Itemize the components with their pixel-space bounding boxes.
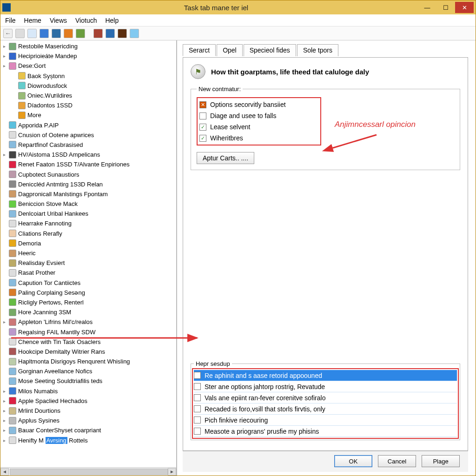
tree-item[interactable]: ▸Milos Numabis xyxy=(0,386,176,396)
tree-item[interactable]: Deniccléd Antmtirg 1S3D Relan xyxy=(0,179,176,189)
toolbar-icon[interactable] xyxy=(118,29,127,38)
cancel-button[interactable]: Cancel xyxy=(378,455,416,467)
checkbox-icon[interactable]: ✓ xyxy=(199,135,206,142)
minimize-button[interactable]: — xyxy=(418,2,436,13)
tree-item[interactable]: Hookcipe Demitalty Witrier Rans xyxy=(0,347,176,357)
tree-item[interactable]: Hearrake Fannoting xyxy=(0,218,176,228)
horizontal-scrollbar[interactable]: ◄ ► xyxy=(0,467,176,476)
tree-item-icon xyxy=(9,161,16,168)
tree-item[interactable]: ▸Diowrodusfock xyxy=(0,81,176,91)
tree-item[interactable]: Chence with Tin Task Osaclers xyxy=(0,337,176,347)
tree-item[interactable]: Cupbotect Sunaustiors xyxy=(0,169,176,179)
checkbox-icon[interactable] xyxy=(194,428,201,435)
tree-item[interactable]: Realisday Evsiert xyxy=(0,258,176,268)
tree-item[interactable]: ▸More xyxy=(0,110,176,120)
group-legend: Hepr sesdup xyxy=(194,360,232,367)
tree-item[interactable]: Rasat Prother xyxy=(0,268,176,278)
toolbar-icon[interactable] xyxy=(15,29,25,38)
checkbox-row[interactable]: Measote a priograns' prusfie my phisins xyxy=(194,426,457,437)
menu-file[interactable]: File xyxy=(5,17,16,24)
tree-item[interactable]: Repartfinof Casbrasised xyxy=(0,140,176,150)
tree-item[interactable]: Dagpronicall Manlstings Fpontam xyxy=(0,189,176,199)
tree-item[interactable]: ▸Mrlint Dourtions xyxy=(0,406,176,416)
close-button[interactable]: ✕ xyxy=(455,2,474,13)
checkbox-row[interactable]: Vals ane epiint ran-fever corenitve sofi… xyxy=(194,392,457,403)
checkbox-row[interactable]: Re aphinit and s aase retorid appoouned xyxy=(194,370,457,381)
tree-item[interactable]: ▸Restobile Masericding xyxy=(0,41,176,51)
tree-item[interactable]: ▸Heciprioieáte Mandep xyxy=(0,51,176,61)
tree-item[interactable]: Regalsing FAIL Mantlly SDW xyxy=(0,327,176,337)
tree-item[interactable]: ▸Henifty M Avrsing Rottels xyxy=(0,436,176,445)
tab-sole[interactable]: Sole tpors xyxy=(297,44,338,56)
tree-item[interactable]: ▸Appleton 'Lifrins Mil'c/realos xyxy=(0,317,176,327)
tree-item[interactable]: Beniccion Stove Mack xyxy=(0,199,176,209)
tree-item[interactable]: Capution Tor Cantiictes xyxy=(0,278,176,288)
tree-item[interactable]: Paling Corplaing Sesəng xyxy=(0,288,176,298)
tree-item[interactable]: Apporida P.AIP xyxy=(0,120,176,130)
checkbox-icon[interactable] xyxy=(199,112,206,119)
tree-item[interactable]: ▸Díadontos 1SSD xyxy=(0,100,176,110)
checkbox-row[interactable]: Ster ane options jahtorp rostrig, Revatu… xyxy=(194,381,457,392)
toolbar-icon[interactable] xyxy=(130,29,139,38)
tree-item[interactable]: Ricligly Pertows, Renterl xyxy=(0,298,176,307)
menu-heme[interactable]: Heme xyxy=(24,17,41,24)
checkbox-row[interactable]: Diage and usee to falls xyxy=(199,110,318,121)
tree-item-icon xyxy=(9,328,16,336)
tree-item-label: Denlcoiart Uribal Hankees xyxy=(18,210,88,217)
tree-item[interactable]: ▸HV/Aistoma 1SSD Ampelicans xyxy=(0,150,176,159)
checkbox-icon[interactable]: ✓ xyxy=(199,124,206,131)
menu-viotuch[interactable]: Viotuch xyxy=(75,17,97,24)
tree-item[interactable]: Denlcoiart Uribal Hankees xyxy=(0,209,176,218)
tree-item[interactable]: ▸Bauar ConterShyset coarpriant xyxy=(0,425,176,435)
tree-item[interactable]: ▸Oniec.Wưrildires xyxy=(0,91,176,100)
toolbar-icon[interactable] xyxy=(52,29,61,38)
tree-item[interactable]: Demoria xyxy=(0,238,176,248)
checkbox-row[interactable]: Pich finkive riecouring xyxy=(194,415,457,426)
toolbar-icon[interactable] xyxy=(93,29,103,38)
checkbox-row[interactable]: ✕Options secorvitly bansiiet xyxy=(199,99,318,110)
scroll-left-icon[interactable]: ◄ xyxy=(0,468,9,476)
aptur-carts-button[interactable]: Aptur Carts.. .... xyxy=(197,152,254,164)
tree-item[interactable]: Cliations Rerafly xyxy=(0,229,176,238)
tree-item[interactable]: Hore Jcanning 3SM xyxy=(0,307,176,317)
checkbox-label: Pich finkive riecouring xyxy=(205,416,268,424)
window-title: Task tab mane ter iel xyxy=(14,4,418,12)
tree-item[interactable]: ▸Baok Syștonn xyxy=(0,71,176,81)
checkbox-icon[interactable] xyxy=(194,383,201,390)
toolbar-icon[interactable] xyxy=(27,29,37,38)
checkbox-row[interactable]: Recaded is foro,vsill that storls firvti… xyxy=(194,403,457,415)
plage-button[interactable]: Plage xyxy=(422,455,460,467)
tree-item[interactable]: Hapltmonta Disrigoys Renqurent Whisling xyxy=(0,357,176,366)
tree-item-label: Heeric xyxy=(18,250,36,257)
checkbox-icon[interactable] xyxy=(194,405,201,412)
checkbox-icon[interactable] xyxy=(194,394,201,401)
tree-item[interactable]: ▸Applus Sysines xyxy=(0,416,176,425)
checkbox-icon[interactable] xyxy=(194,372,201,379)
toolbar-icon[interactable] xyxy=(40,29,49,38)
tree-item[interactable]: Cnusion of Ootene apwrices xyxy=(0,130,176,140)
tab-specieol[interactable]: Specieol fides xyxy=(244,44,296,56)
scroll-thumb[interactable] xyxy=(10,469,168,475)
tab-opel[interactable]: Opel xyxy=(217,44,243,56)
tree-item[interactable]: Mose Seeting Souldtriafilis teds xyxy=(0,376,176,386)
menu-help[interactable]: Help xyxy=(105,17,119,24)
checkbox-icon[interactable] xyxy=(194,416,201,423)
tree-item-icon xyxy=(9,348,16,355)
tree-item[interactable]: Gorginan Aveellance Nofics xyxy=(0,366,176,376)
tree-item[interactable]: ▸Apple Spaclied Hechados xyxy=(0,396,176,406)
checkbox-row[interactable]: ✓Wiheritbres xyxy=(199,132,318,144)
menu-views[interactable]: Views xyxy=(50,17,67,24)
toolbar-icon[interactable] xyxy=(76,29,85,38)
tree-item[interactable]: Heeric xyxy=(0,248,176,258)
tree[interactable]: ▸Restobile Masericding▸Heciprioieáte Man… xyxy=(0,40,176,467)
toolbar-icon[interactable] xyxy=(106,29,115,38)
scroll-right-icon[interactable]: ► xyxy=(168,468,176,476)
maximize-button[interactable]: ☐ xyxy=(436,2,455,13)
tree-item[interactable]: Renet Faaton 1SSD T/Alvante Enpiriones xyxy=(0,159,176,169)
checkbox-row[interactable]: ✓Lease selvent xyxy=(199,121,318,132)
tree-item[interactable]: ▸Dese:Gort xyxy=(0,61,176,71)
ok-button[interactable]: OK xyxy=(334,455,372,467)
tab-serarct[interactable]: Serarct xyxy=(183,44,216,56)
toolbar-icon[interactable] xyxy=(64,29,73,38)
checkbox-icon[interactable]: ✕ xyxy=(199,101,206,108)
